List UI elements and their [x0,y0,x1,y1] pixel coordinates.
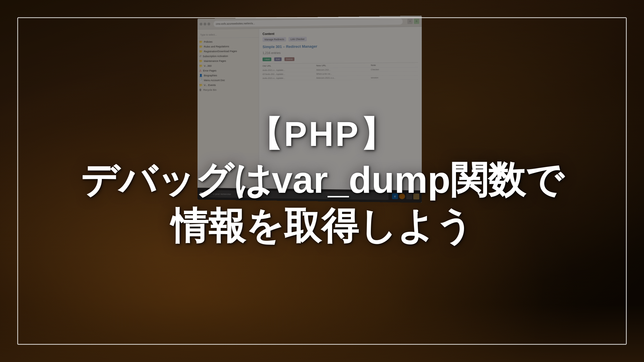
bracket-title: 【PHP】 [0,115,644,153]
main-line1: デバッグはvar_dump関数で [0,159,644,202]
main-text-overlay: 【PHP】 デバッグはvar_dump関数で 情報を取得しよう [0,115,644,247]
main-line2: 情報を取得しよう [0,204,644,247]
